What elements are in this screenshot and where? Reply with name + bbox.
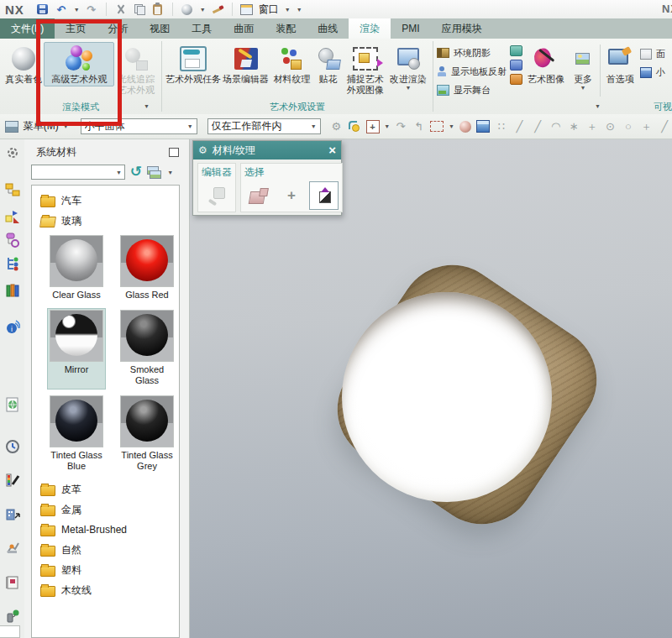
material-tinted-glass-blue[interactable]: Tinted Glass Blue [48,395,105,474]
material-tinted-glass-grey[interactable]: Tinted Glass Grey [118,395,176,474]
line2-icon[interactable] [530,119,545,134]
face-display-button[interactable]: 面 [640,47,665,60]
show-floor-reflection-toggle[interactable]: 显示地板反射 [437,62,507,81]
tab-application[interactable]: 应用模块 [431,18,493,39]
create-point-icon[interactable]: + [365,119,381,134]
folder-nature[interactable]: 自然 [32,540,179,560]
folder-plastic[interactable]: 塑料 [32,560,179,580]
copy-icon[interactable] [134,4,144,14]
tab-curve[interactable]: 曲线 [307,18,349,39]
render-options-mini-icon[interactable] [510,74,522,85]
dialog-header[interactable]: ⚙ 材料/纹理 × [193,141,341,160]
tab-tools[interactable]: 工具 [181,18,223,39]
tab-assemblies[interactable]: 装配 [265,18,307,39]
create-point-dropdown-icon[interactable]: ▼ [384,123,390,129]
more-dropdown-icon[interactable]: ▼ [580,85,585,92]
material-clear-glass[interactable]: Clear Glass [48,234,105,303]
library-books-icon[interactable] [4,282,20,298]
raytrace-dropdown-icon[interactable]: ▼ [144,103,150,110]
touch-panel-icon[interactable] [4,574,20,590]
shaded-ball-icon[interactable] [458,119,473,134]
art-image-button[interactable]: 艺术图像 [526,42,566,86]
panel-float-icon[interactable] [169,148,179,157]
circle-icon[interactable] [621,119,636,134]
tab-pmi[interactable]: PMI [391,18,430,39]
render-style-dropdown-icon[interactable]: ▼ [200,7,206,13]
thumbnail-view-dropdown-icon[interactable]: ▼ [167,170,173,175]
point-on-curve-icon[interactable] [347,119,362,134]
assembly-navigator-icon[interactable] [4,181,20,197]
ambient-shadow-toggle[interactable]: 环境阴影 [437,44,507,62]
arc-icon[interactable] [549,119,564,134]
solid-cube-icon[interactable] [476,119,491,134]
machining-icon[interactable] [4,539,20,555]
refresh-icon[interactable]: ↺ [130,165,142,179]
remove-material-button[interactable] [309,181,339,210]
material-texture-button[interactable]: 材料纹理 [270,42,312,86]
line-icon[interactable] [512,119,528,134]
scatter-points-icon[interactable] [494,119,509,134]
brush-icon[interactable] [212,4,223,14]
part-navigator-icon[interactable] [4,232,20,248]
camera-mini-icon[interactable] [510,45,522,56]
tab-surface[interactable]: 曲面 [223,18,265,39]
redo-icon[interactable]: ↷ [85,3,98,16]
decal-button[interactable]: 贴花 [313,42,344,86]
folder-glass[interactable]: 玻璃 [32,211,179,231]
more-button[interactable]: 更多 ▼ [570,42,596,93]
tab-render[interactable]: 渲染 [349,18,391,39]
rectangle-select-dropdown-icon[interactable]: ▼ [449,123,454,129]
material-smoked-glass[interactable]: Smoked Glass [118,309,176,389]
reuse-library-icon[interactable] [4,255,20,271]
render-style-icon[interactable] [181,4,192,15]
collaboration-phone-icon[interactable] [4,608,20,624]
plus-cross-icon[interactable] [585,119,600,134]
paste-icon[interactable] [153,4,162,15]
visualization-scene-icon[interactable] [4,505,20,521]
selection-scope-combo[interactable]: 仅在工作部件内▼ [207,118,321,134]
thumbnail-view-icon[interactable] [147,166,161,179]
scene-editor-button[interactable]: 场景编辑器 [221,42,270,86]
ribbon-collapse-icon[interactable]: ▼ [297,7,302,13]
dialog-close-icon[interactable]: × [328,144,336,156]
material-editor-button[interactable] [202,181,232,210]
materials-palette-icon[interactable] [4,472,20,488]
show-stage-toggle[interactable]: 显示舞台 [437,81,507,99]
tab-view[interactable]: 视图 [139,18,181,39]
window-menu-label[interactable]: 窗口 [259,3,279,17]
gear-icon[interactable] [4,144,20,160]
web-page-icon[interactable] [4,396,20,412]
rotate-icon[interactable]: ↷ [393,119,408,134]
folder-metal[interactable]: 金属 [32,499,179,520]
save-icon[interactable] [37,4,48,14]
resource-bar-bottom-tab[interactable] [0,625,20,638]
undo-dropdown-icon[interactable]: ▼ [74,7,80,13]
rectangle-select-icon[interactable] [429,119,444,134]
history-clock-icon[interactable] [4,438,20,454]
select-body-button[interactable] [244,181,274,210]
plus-icon[interactable] [639,119,654,134]
layers-mini-icon[interactable] [510,60,522,71]
capture-art-appearance-image-button[interactable]: 捕捉艺术 外观图像 [344,42,387,97]
diagonal-line-icon[interactable] [657,119,672,134]
folder-leather[interactable]: 皮革 [32,479,179,499]
cut-icon[interactable] [116,4,126,14]
folder-automotive[interactable]: 汽车 [32,191,179,211]
art-appearance-task-button[interactable]: 艺术外观任务 [165,42,221,86]
material-glass-red[interactable]: Glass Red [118,234,176,303]
derive-icon[interactable]: ↰ [412,119,427,134]
folder-metal-brushed[interactable]: Metal-Brushed [32,520,179,540]
preferences-button[interactable]: 首选项 [604,42,637,86]
folder-wood-grain[interactable]: 木纹线 [32,580,179,600]
undo-icon[interactable]: ↶ [55,3,68,16]
internet-icon[interactable]: i [4,319,20,335]
circular-hole-highlight[interactable] [342,292,552,502]
circle-center-icon[interactable] [603,119,618,134]
visualization-launcher-icon[interactable]: ▼ [595,103,601,110]
snap-point-icon[interactable]: ⚙ [329,119,344,134]
improve-rendering-dropdown-icon[interactable]: ▼ [405,85,411,92]
spline-points-icon[interactable] [566,119,581,134]
add-material-button[interactable]: + [277,181,307,210]
improve-rendering-button[interactable]: 改进渲染 ▼ [387,42,429,93]
constraint-navigator-icon[interactable] [4,208,20,224]
